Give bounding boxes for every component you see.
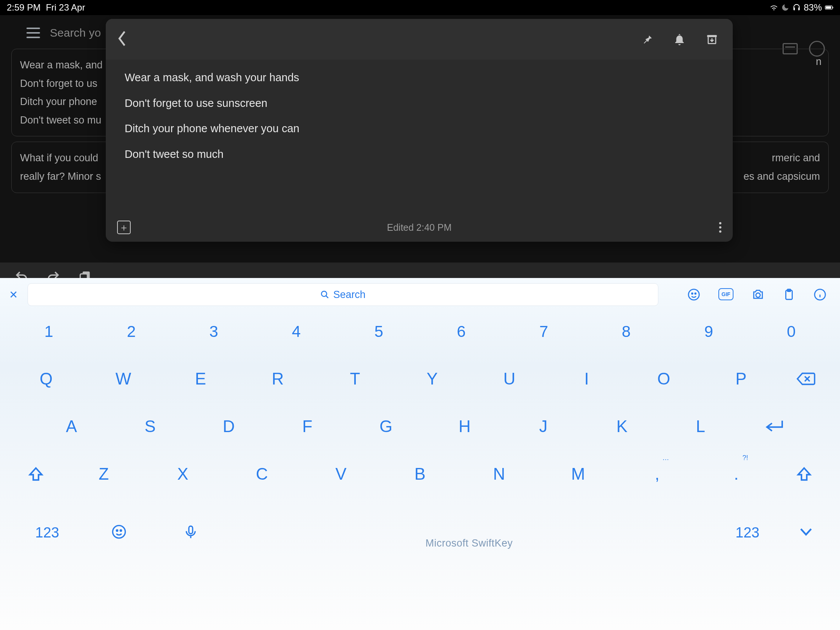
note-editor-popover: Wear a mask, and wash your hands Don't f… bbox=[106, 19, 733, 242]
key-c[interactable]: C bbox=[223, 464, 302, 483]
note-line: Don't tweet so much bbox=[125, 146, 714, 163]
svg-point-10 bbox=[695, 293, 696, 294]
clipboard-icon[interactable] bbox=[783, 288, 796, 301]
key-6[interactable]: 6 bbox=[420, 322, 502, 341]
key-.[interactable]: . bbox=[697, 464, 776, 483]
battery-icon bbox=[825, 3, 833, 12]
svg-point-19 bbox=[112, 525, 125, 538]
svg-point-8 bbox=[688, 289, 699, 300]
key-i[interactable]: I bbox=[548, 369, 625, 388]
status-time: 2:59 PM bbox=[7, 2, 40, 13]
key-k[interactable]: K bbox=[583, 417, 662, 436]
key-y[interactable]: Y bbox=[393, 369, 471, 388]
svg-point-20 bbox=[116, 530, 117, 531]
menu-icon[interactable] bbox=[27, 28, 40, 38]
key-4[interactable]: 4 bbox=[255, 322, 337, 341]
key-v[interactable]: V bbox=[302, 464, 381, 483]
keyboard-row-1: QWERTYUIOP bbox=[8, 369, 832, 388]
key-g[interactable]: G bbox=[347, 417, 425, 436]
key-a[interactable]: A bbox=[32, 417, 111, 436]
bg-note-right-fragment: n bbox=[816, 56, 821, 68]
add-button[interactable]: ＋ bbox=[117, 221, 131, 234]
keyboard-row-2: ASDFGHJKL bbox=[8, 417, 832, 436]
key-e[interactable]: E bbox=[162, 369, 239, 388]
battery-pct: 83% bbox=[804, 2, 822, 13]
svg-rect-2 bbox=[832, 7, 833, 9]
svg-point-21 bbox=[120, 530, 121, 531]
svg-line-7 bbox=[326, 296, 328, 298]
keyboard-mode-left[interactable]: 123 bbox=[11, 525, 83, 541]
pin-icon[interactable] bbox=[641, 33, 654, 46]
search-icon bbox=[320, 290, 329, 299]
key-9[interactable]: 9 bbox=[667, 322, 750, 341]
key-n[interactable]: N bbox=[459, 464, 538, 483]
key-d[interactable]: D bbox=[189, 417, 268, 436]
key-3[interactable]: 3 bbox=[173, 322, 255, 341]
reminder-icon[interactable] bbox=[673, 33, 686, 46]
keyboard-mic-button[interactable] bbox=[155, 524, 227, 541]
key-0[interactable]: 0 bbox=[750, 322, 832, 341]
archive-icon[interactable] bbox=[706, 33, 718, 46]
key-7[interactable]: 7 bbox=[502, 322, 585, 341]
svg-point-6 bbox=[321, 291, 327, 297]
backspace-key[interactable] bbox=[780, 369, 832, 388]
note-line: Ditch your phone whenever you can bbox=[125, 120, 714, 137]
keyboard: ✕ Search GIF 1234567890 QWERTYUIOP ASDFG… bbox=[0, 278, 840, 630]
search-input[interactable]: Search yo bbox=[50, 27, 101, 39]
key-h[interactable]: H bbox=[425, 417, 504, 436]
key-x[interactable]: X bbox=[143, 464, 222, 483]
back-button[interactable] bbox=[116, 30, 128, 49]
svg-rect-22 bbox=[189, 526, 193, 534]
note-line: Don't forget to use sunscreen bbox=[125, 95, 714, 112]
key-s[interactable]: S bbox=[111, 417, 189, 436]
info-icon[interactable] bbox=[813, 288, 826, 301]
status-right-cluster: 83% bbox=[770, 2, 833, 13]
shift-key-left[interactable] bbox=[8, 464, 64, 483]
keyboard-search-bar[interactable]: Search bbox=[28, 283, 658, 306]
headphones-icon bbox=[793, 3, 801, 12]
wifi-icon bbox=[770, 3, 778, 12]
key-u[interactable]: U bbox=[471, 369, 548, 388]
keyboard-row-3: ZXCVBNM,. bbox=[8, 464, 832, 483]
key-w[interactable]: W bbox=[85, 369, 162, 388]
key-m[interactable]: M bbox=[538, 464, 617, 483]
status-date: Fri 23 Apr bbox=[46, 2, 85, 13]
keyboard-search-label: Search bbox=[333, 289, 366, 301]
gif-button[interactable]: GIF bbox=[718, 288, 734, 300]
keyboard-emoji-button[interactable] bbox=[83, 524, 155, 541]
key-8[interactable]: 8 bbox=[585, 322, 667, 341]
key-j[interactable]: J bbox=[504, 417, 583, 436]
status-bar: 2:59 PM Fri 23 Apr 83% bbox=[0, 0, 840, 15]
svg-point-9 bbox=[692, 293, 693, 294]
moon-icon bbox=[781, 3, 789, 12]
key-q[interactable]: Q bbox=[8, 369, 85, 388]
keyboard-dismiss-button[interactable] bbox=[783, 527, 829, 538]
key-r[interactable]: R bbox=[239, 369, 316, 388]
key-f[interactable]: F bbox=[268, 417, 347, 436]
more-options-icon[interactable] bbox=[719, 222, 722, 233]
key-l[interactable]: L bbox=[662, 417, 740, 436]
key-,[interactable]: , bbox=[617, 464, 696, 483]
key-z[interactable]: Z bbox=[64, 464, 143, 483]
key-b[interactable]: B bbox=[381, 464, 459, 483]
key-2[interactable]: 2 bbox=[90, 322, 172, 341]
key-1[interactable]: 1 bbox=[8, 322, 90, 341]
emoji-icon[interactable] bbox=[687, 288, 700, 301]
keyboard-collapse-left[interactable]: ✕ bbox=[6, 289, 21, 301]
enter-key[interactable] bbox=[740, 417, 808, 436]
key-p[interactable]: P bbox=[703, 369, 780, 388]
key-t[interactable]: T bbox=[316, 369, 393, 388]
key-5[interactable]: 5 bbox=[338, 322, 420, 341]
keyboard-space-bar[interactable]: Microsoft SwiftKey bbox=[227, 527, 712, 538]
key-o[interactable]: O bbox=[625, 369, 702, 388]
camera-icon[interactable] bbox=[752, 288, 764, 301]
keyboard-row-numbers: 1234567890 bbox=[8, 322, 832, 341]
keyboard-brand-label: Microsoft SwiftKey bbox=[227, 537, 712, 549]
shift-key-right[interactable] bbox=[776, 464, 832, 483]
svg-rect-1 bbox=[826, 6, 831, 9]
svg-point-11 bbox=[756, 293, 760, 297]
keyboard-mode-right[interactable]: 123 bbox=[712, 525, 783, 541]
note-line: Wear a mask, and wash your hands bbox=[125, 69, 714, 86]
edited-timestamp: Edited 2:40 PM bbox=[387, 222, 452, 233]
note-body[interactable]: Wear a mask, and wash your hands Don't f… bbox=[106, 60, 733, 213]
